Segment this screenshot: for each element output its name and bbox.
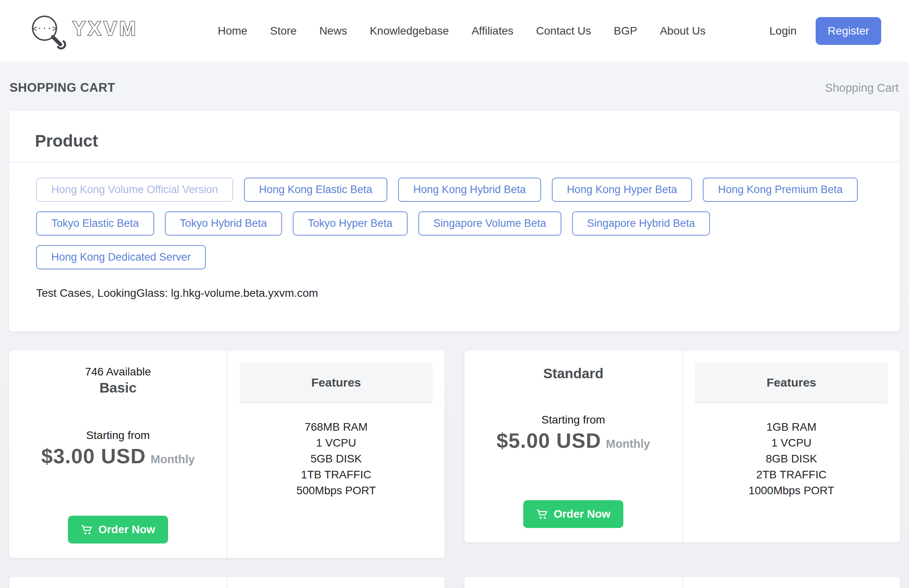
pill-hong-kong-volume-official[interactable]: Hong Kong Volume Official Version	[36, 178, 233, 202]
nav-item-store[interactable]: Store	[270, 25, 297, 37]
nav-item-bgp[interactable]: BGP	[614, 25, 637, 37]
shopping-cart-icon	[81, 524, 93, 536]
logo-magnifier-wrench-icon: <···> YXVM	[28, 9, 147, 53]
breadcrumb: Shopping Cart	[825, 81, 899, 95]
order-now-label: Order Now	[553, 508, 610, 520]
nav-item-contact-us[interactable]: Contact Us	[536, 25, 591, 37]
logo-code-glyph: <···>	[32, 24, 57, 33]
pill-singapore-volume-beta[interactable]: Singapore Volume Beta	[418, 211, 561, 236]
shopping-cart-icon	[536, 508, 548, 520]
pill-tokyo-hyper-beta[interactable]: Tokyo Hyper Beta	[293, 211, 408, 236]
feature-item: 1 VCPU	[240, 435, 433, 451]
login-link[interactable]: Login	[769, 25, 797, 37]
register-button[interactable]: Register	[816, 17, 881, 45]
navbar: <···> YXVM Home Store News Knowledgebase…	[0, 0, 909, 62]
plans-row-1: 746 Available Basic Starting from $3.00 …	[9, 350, 900, 558]
features-list: 768MB RAM 1 VCPU 5GB DISK 1TB TRAFFIC 50…	[240, 419, 433, 499]
starting-from-label: Starting from	[542, 414, 605, 426]
pill-tokyo-hybrid-beta[interactable]: Tokyo Hybrid Beta	[165, 211, 282, 236]
plan-card-standard: Standard Starting from $5.00 USD Monthly…	[464, 350, 900, 542]
plan-card-basic: 746 Available Basic Starting from $3.00 …	[9, 350, 445, 558]
pill-tokyo-elastic-beta[interactable]: Tokyo Elastic Beta	[36, 211, 154, 236]
plan-advanced-summary: Advanced	[9, 577, 227, 588]
nav-item-home[interactable]: Home	[218, 25, 248, 37]
feature-item: 500Mbps PORT	[240, 483, 433, 499]
product-group-pills: Hong Kong Volume Official Version Hong K…	[9, 162, 900, 269]
pill-hong-kong-elastic-beta[interactable]: Hong Kong Elastic Beta	[244, 178, 387, 202]
feature-item: 1TB TRAFFIC	[240, 467, 433, 483]
plan-card-advanced: Advanced Features	[9, 577, 445, 588]
plan-basic-features: Features 768MB RAM 1 VCPU 5GB DISK 1TB T…	[227, 350, 445, 558]
feature-item: 8GB DISK	[695, 451, 888, 467]
feature-item: 1000Mbps PORT	[695, 483, 888, 499]
page-title: SHOPPING CART	[10, 81, 115, 95]
pill-hong-kong-premium-beta[interactable]: Hong Kong Premium Beta	[703, 178, 858, 202]
plans-row-2: Advanced Features Luxury Features	[9, 577, 900, 588]
lookingglass-note: Test Cases, LookingGlass: lg.hkg-volume.…	[9, 269, 900, 300]
pill-hong-kong-hybrid-beta[interactable]: Hong Kong Hybrid Beta	[398, 178, 541, 202]
product-group-card: Product Hong Kong Volume Official Versio…	[9, 111, 900, 331]
auth-area: Login Register	[769, 17, 881, 45]
order-now-label: Order Now	[98, 523, 155, 536]
plan-card-luxury: Luxury Features	[464, 577, 900, 588]
price-line: $5.00 USD Monthly	[497, 429, 650, 453]
plan-availability: 746 Available	[85, 366, 151, 378]
feature-item: 768MB RAM	[240, 419, 433, 435]
pill-singapore-hybrid-beta[interactable]: Singapore Hybrid Beta	[572, 211, 710, 236]
billing-cycle: Monthly	[606, 437, 650, 451]
billing-cycle: Monthly	[151, 453, 195, 466]
nav-item-knowledgebase[interactable]: Knowledgebase	[370, 25, 449, 37]
nav-item-affiliates[interactable]: Affiliates	[472, 25, 513, 37]
plan-basic-summary: 746 Available Basic Starting from $3.00 …	[9, 350, 227, 558]
main-nav: Home Store News Knowledgebase Affiliates…	[218, 25, 706, 37]
starting-from-label: Starting from	[86, 429, 150, 442]
page-head: SHOPPING CART Shopping Cart	[0, 62, 909, 95]
plan-standard-features: Features 1GB RAM 1 VCPU 8GB DISK 2TB TRA…	[682, 350, 900, 542]
product-section-title: Product	[9, 111, 900, 162]
features-list: 1GB RAM 1 VCPU 8GB DISK 2TB TRAFFIC 1000…	[695, 419, 888, 499]
plan-name: Basic	[99, 380, 136, 396]
feature-item: 1GB RAM	[695, 419, 888, 435]
plan-standard-summary: Standard Starting from $5.00 USD Monthly…	[464, 350, 682, 542]
order-now-button-basic[interactable]: Order Now	[68, 516, 168, 544]
plan-name: Standard	[543, 366, 603, 381]
plan-advanced-features: Features	[227, 577, 445, 588]
plan-price: $5.00 USD	[497, 429, 601, 453]
order-now-button-standard[interactable]: Order Now	[523, 500, 623, 528]
plan-price: $3.00 USD	[41, 444, 146, 468]
price-line: $3.00 USD Monthly	[41, 444, 195, 468]
nav-item-news[interactable]: News	[319, 25, 347, 37]
plan-luxury-summary: Luxury	[464, 577, 682, 588]
pill-hong-kong-hyper-beta[interactable]: Hong Kong Hyper Beta	[552, 178, 692, 202]
feature-item: 5GB DISK	[240, 451, 433, 467]
feature-item: 1 VCPU	[695, 435, 888, 451]
features-header: Features	[695, 363, 888, 403]
feature-item: 2TB TRAFFIC	[695, 467, 888, 483]
nav-item-about-us[interactable]: About Us	[660, 25, 706, 37]
brand-logo[interactable]: <···> YXVM	[28, 9, 147, 53]
features-header: Features	[240, 363, 433, 403]
pill-hong-kong-dedicated-server[interactable]: Hong Kong Dedicated Server	[36, 245, 206, 269]
plan-luxury-features: Features	[682, 577, 900, 588]
brand-name: YXVM	[72, 17, 138, 40]
